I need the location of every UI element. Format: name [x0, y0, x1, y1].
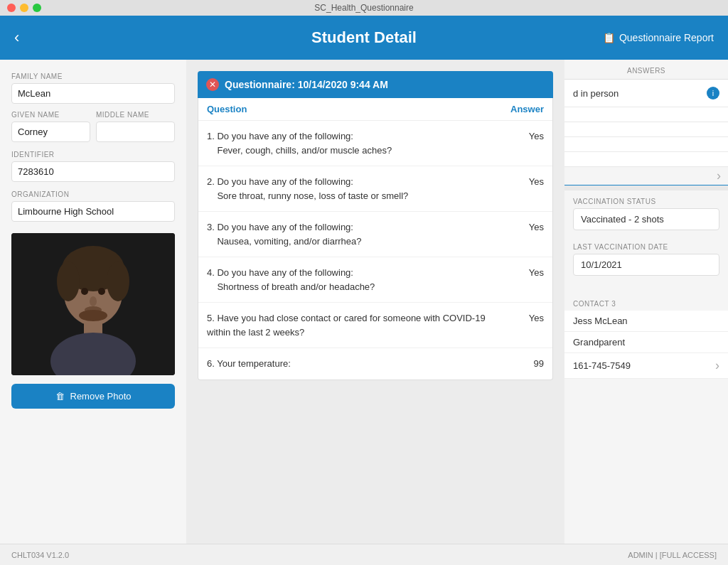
answers-header: ANSWERS	[564, 60, 728, 80]
report-icon: 📋	[603, 32, 615, 43]
col-question-header: Question	[207, 104, 487, 114]
questionnaire-datetime: 10/14/2020 9:44 AM	[298, 79, 388, 90]
given-name-label: GIVEN NAME	[11, 111, 90, 119]
maximize-button[interactable]	[33, 4, 41, 12]
back-button[interactable]: ‹	[14, 28, 19, 47]
svg-point-9	[90, 296, 97, 306]
remove-photo-label: Remove Photo	[70, 391, 132, 402]
question-text-2: 2. Do you have any of the following: Sor…	[207, 175, 487, 203]
svg-point-3	[57, 262, 80, 301]
question-answer-5: Yes	[487, 311, 544, 323]
question-text-3: 3. Do you have any of the following: Nau…	[207, 220, 487, 248]
left-panel: FAMILY NAME GIVEN NAME MIDDLE NAME IDENT…	[0, 60, 186, 544]
contact3-block: Jess McLean Grandparent 161-745-7549 ›	[564, 311, 728, 384]
question-row-3: 3. Do you have any of the following: Nau…	[198, 212, 552, 257]
answer-row-2	[564, 107, 728, 122]
question-row-6: 6. Your temperature: 99	[198, 348, 552, 380]
middle-name-label: MIDDLE NAME	[96, 111, 175, 119]
right-panel: ANSWERS d in person i › VACCINATION STAT…	[564, 60, 728, 544]
contact3-relation: Grandparent	[564, 332, 728, 353]
trash-icon: 🗑	[55, 391, 65, 402]
last-vaccination-date-label: LAST VACCINATION DATE	[564, 236, 728, 254]
title-bar: SC_Health_Questionnaire	[0, 0, 728, 16]
contact-chevron-icon: ›	[715, 358, 719, 373]
question-text-5: 5. Have you had close contact or cared f…	[207, 311, 487, 339]
question-answer-4: Yes	[487, 266, 544, 278]
minimize-button[interactable]	[20, 4, 28, 12]
student-photo	[11, 233, 175, 375]
questions-table: Question Answer 1. Do you have any of th…	[198, 98, 553, 380]
question-row-1: 1. Do you have any of the following: Fev…	[198, 121, 552, 166]
svg-point-4	[107, 262, 129, 301]
window-controls[interactable]	[7, 4, 41, 12]
question-text-1: 1. Do you have any of the following: Fev…	[207, 129, 487, 157]
questionnaire-report-button[interactable]: 📋 Questionnaire Report	[603, 32, 714, 43]
answer-row-3	[564, 122, 728, 137]
question-answer-3: Yes	[487, 220, 544, 232]
page-title: Student Detail	[311, 28, 417, 47]
last-vaccination-date-value: 10/1/2021	[573, 254, 719, 276]
identifier-input[interactable]	[11, 161, 175, 182]
report-label: Questionnaire Report	[619, 32, 714, 43]
family-name-label: FAMILY NAME	[11, 72, 175, 80]
svg-point-8	[98, 288, 105, 295]
app-header: ‹ Student Detail 📋 Questionnaire Report	[0, 16, 728, 60]
vaccination-status-label: VACCINATION STATUS	[564, 190, 728, 208]
question-text-4: 4. Do you have any of the following: Sho…	[207, 266, 487, 294]
section-divider-vaccination	[564, 185, 728, 190]
bottom-bar: CHLT034 V1.2.0 ADMIN | [FULL ACCESS]	[0, 544, 728, 565]
main-content: FAMILY NAME GIVEN NAME MIDDLE NAME IDENT…	[0, 60, 728, 544]
questionnaire-header: ✕ Questionnaire: 10/14/2020 9:44 AM	[198, 71, 553, 98]
col-answer-header: Answer	[487, 104, 544, 114]
center-panel: ✕ Questionnaire: 10/14/2020 9:44 AM Ques…	[186, 60, 564, 544]
info-icon[interactable]: i	[707, 87, 719, 99]
question-answer-2: Yes	[487, 175, 544, 187]
identifier-label: IDENTIFIER	[11, 151, 175, 158]
question-text-6: 6. Your temperature:	[207, 357, 487, 371]
questionnaire-label: Questionnaire: 10/14/2020 9:44 AM	[225, 79, 388, 90]
question-row-4: 4. Do you have any of the following: Sho…	[198, 257, 552, 303]
svg-point-11	[79, 310, 107, 321]
question-answer-6: 99	[487, 357, 544, 369]
remove-photo-button[interactable]: 🗑 Remove Photo	[11, 384, 175, 409]
contact3-name: Jess McLean	[564, 311, 728, 332]
middle-name-input[interactable]	[96, 122, 175, 142]
answer-row-5	[564, 152, 728, 167]
question-row-5: 5. Have you had close contact or cared f…	[198, 303, 552, 348]
answer-row-4	[564, 137, 728, 152]
version-label: CHLT034 V1.2.0	[11, 551, 69, 559]
family-name-input[interactable]	[11, 83, 175, 104]
contact3-label: CONTACT 3	[564, 293, 728, 311]
answer-row-1: d in person i	[564, 80, 728, 107]
answer-text-1: d in person	[573, 88, 707, 99]
questions-table-header: Question Answer	[198, 98, 552, 121]
organization-input[interactable]	[11, 201, 175, 222]
questionnaire-close-button[interactable]: ✕	[206, 78, 219, 91]
window-title: SC_Health_Questionnaire	[314, 3, 413, 13]
vaccination-status-value: Vaccinated - 2 shots	[573, 208, 719, 230]
question-answer-1: Yes	[487, 129, 544, 141]
scroll-down-indicator: ›	[564, 167, 728, 185]
user-label: ADMIN | [FULL ACCESS]	[628, 551, 717, 559]
svg-point-7	[81, 288, 88, 295]
contact3-phone: 161-745-7549 ›	[564, 353, 728, 379]
close-button[interactable]	[7, 4, 16, 12]
organization-label: ORGANIZATION	[11, 190, 175, 198]
question-row-2: 2. Do you have any of the following: Sor…	[198, 166, 552, 212]
given-name-input[interactable]	[11, 122, 90, 142]
